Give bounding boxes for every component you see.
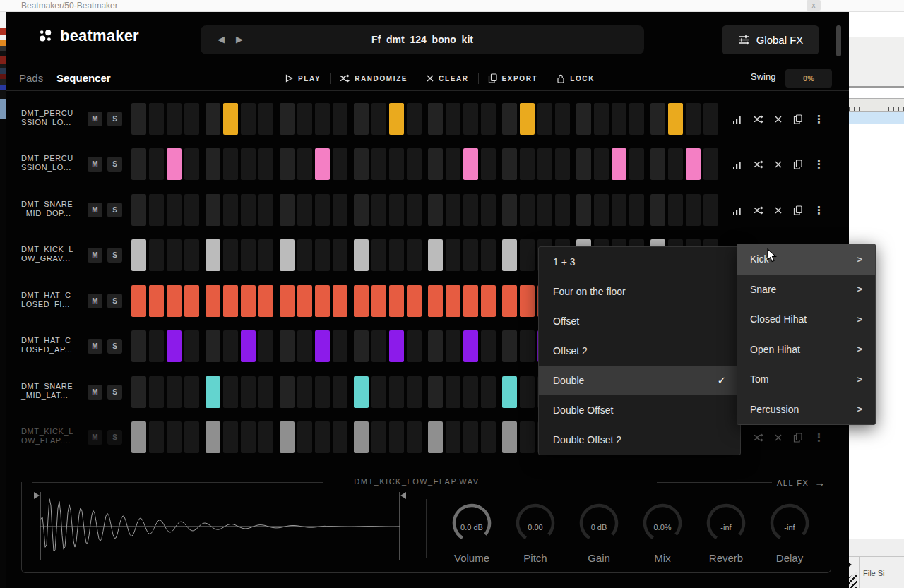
step-cell[interactable] [241, 421, 256, 453]
step-cell[interactable] [280, 194, 295, 226]
step-cell[interactable] [463, 421, 478, 453]
step-cell[interactable] [520, 421, 535, 453]
category-menu-item[interactable]: Closed Hihat> [737, 304, 875, 335]
step-cell[interactable] [354, 285, 369, 317]
step-cell[interactable] [428, 376, 443, 408]
solo-button[interactable]: S [107, 430, 122, 445]
step-cell[interactable] [371, 330, 386, 362]
step-cell[interactable] [131, 285, 146, 317]
step-cell[interactable] [315, 421, 330, 453]
solo-button[interactable]: S [107, 112, 122, 126]
step-cell[interactable] [206, 239, 220, 271]
tab-pads[interactable]: Pads [19, 72, 43, 84]
all-fx-button[interactable]: ALL FX → [777, 476, 825, 488]
pattern-menu-item[interactable]: Double Offset [539, 395, 740, 425]
step-cell[interactable] [297, 194, 312, 226]
step-cell[interactable] [502, 376, 517, 408]
step-cell[interactable] [184, 194, 199, 226]
step-cell[interactable] [149, 194, 164, 226]
step-cell[interactable] [428, 330, 443, 362]
step-cell[interactable] [297, 376, 312, 408]
step-cell[interactable] [167, 330, 182, 362]
step-cell[interactable] [520, 376, 535, 408]
step-cell[interactable] [686, 194, 701, 226]
step-cell[interactable] [686, 148, 701, 180]
step-cell[interactable] [612, 148, 626, 180]
step-cell[interactable] [149, 239, 164, 271]
step-cell[interactable] [131, 194, 146, 226]
step-cell[interactable] [446, 376, 460, 408]
step-cell[interactable] [520, 330, 535, 362]
step-cell[interactable] [389, 194, 404, 226]
mute-button[interactable]: M [88, 203, 102, 217]
step-cell[interactable] [333, 148, 347, 180]
step-cell[interactable] [280, 285, 295, 317]
step-cell[interactable] [407, 330, 422, 362]
step-cell[interactable] [131, 376, 146, 408]
step-cell[interactable] [407, 194, 422, 226]
knob-pitch[interactable]: 0.00Pitch [504, 503, 567, 548]
duplicate-icon[interactable] [793, 205, 802, 215]
step-cell[interactable] [258, 103, 273, 135]
category-menu-item[interactable]: Open Hihat> [737, 335, 875, 365]
close-icon[interactable]: x [807, 0, 821, 11]
step-cell[interactable] [650, 148, 665, 180]
step-cell[interactable] [594, 103, 609, 135]
step-cell[interactable] [407, 148, 422, 180]
step-cell[interactable] [297, 239, 312, 271]
step-cell[interactable] [481, 376, 496, 408]
step-cell[interactable] [371, 148, 386, 180]
knob-gain[interactable]: 0 dBGain [567, 503, 631, 548]
step-cell[interactable] [371, 239, 386, 271]
step-cell[interactable] [502, 239, 517, 271]
step-cell[interactable] [407, 376, 422, 408]
step-cell[interactable] [280, 421, 295, 453]
step-cell[interactable] [223, 330, 238, 362]
mute-button[interactable]: M [88, 385, 102, 400]
step-cell[interactable] [576, 148, 591, 180]
step-cell[interactable] [297, 103, 312, 135]
step-cell[interactable] [241, 148, 256, 180]
step-cell[interactable] [184, 285, 199, 317]
step-cell[interactable] [481, 421, 496, 453]
step-cell[interactable] [594, 148, 609, 180]
global-fx-button[interactable]: Global FX [722, 25, 819, 54]
export-button[interactable]: EXPORT [488, 73, 538, 83]
shuffle-icon[interactable] [754, 433, 763, 442]
clear-row-icon[interactable] [775, 207, 782, 214]
step-cell[interactable] [184, 330, 199, 362]
step-cell[interactable] [537, 148, 552, 180]
step-cell[interactable] [315, 285, 330, 317]
step-cell[interactable] [371, 103, 386, 135]
step-cell[interactable] [463, 103, 478, 135]
step-cell[interactable] [241, 239, 256, 271]
step-cell[interactable] [703, 194, 718, 226]
step-cell[interactable] [612, 103, 626, 135]
clear-row-icon[interactable] [775, 116, 782, 123]
step-cell[interactable] [463, 330, 478, 362]
step-cell[interactable] [446, 330, 460, 362]
step-cell[interactable] [241, 103, 256, 135]
step-cell[interactable] [389, 148, 404, 180]
step-cell[interactable] [389, 376, 404, 408]
step-cell[interactable] [686, 103, 701, 135]
knob-delay[interactable]: -infDelay [758, 503, 821, 548]
step-cell[interactable] [463, 148, 478, 180]
step-cell[interactable] [280, 148, 295, 180]
step-cell[interactable] [315, 148, 330, 180]
mute-button[interactable]: M [88, 157, 102, 172]
step-cell[interactable] [131, 103, 146, 135]
step-cell[interactable] [650, 194, 665, 226]
step-cell[interactable] [206, 376, 220, 408]
step-cell[interactable] [206, 194, 220, 226]
step-cell[interactable] [315, 103, 330, 135]
step-cell[interactable] [258, 148, 273, 180]
step-cell[interactable] [333, 239, 347, 271]
step-cell[interactable] [354, 148, 369, 180]
step-cell[interactable] [131, 239, 146, 271]
step-cell[interactable] [333, 376, 347, 408]
step-cell[interactable] [555, 148, 570, 180]
row-menu-icon[interactable]: ⋮ [814, 431, 824, 444]
step-cell[interactable] [131, 148, 146, 180]
step-cell[interactable] [333, 330, 347, 362]
